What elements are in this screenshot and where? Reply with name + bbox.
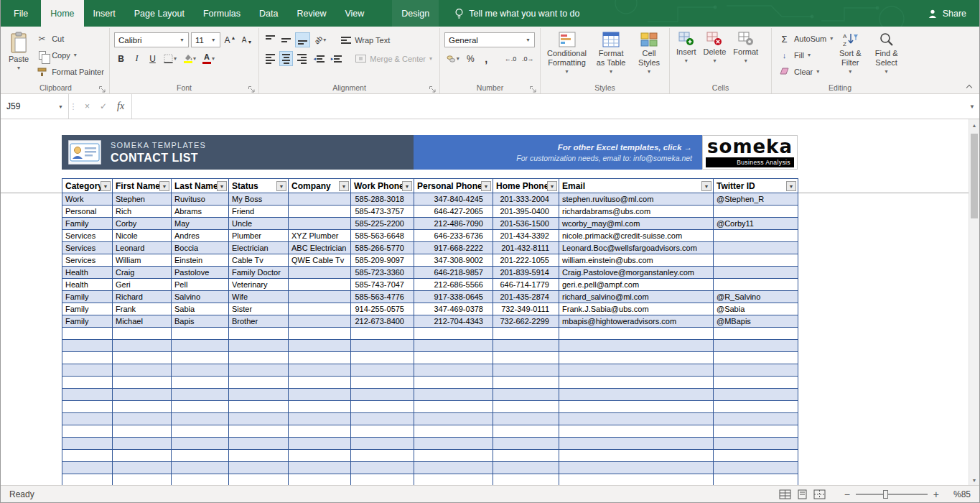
column-header-first-name[interactable]: First Name▼ — [113, 179, 172, 193]
grow-font-button[interactable]: A▲ — [223, 32, 238, 47]
autosum-button[interactable]: ΣAutoSum▾ — [778, 32, 833, 47]
cell[interactable] — [229, 340, 289, 352]
cell[interactable]: 585-473-3757 — [351, 206, 414, 218]
cell[interactable] — [493, 413, 559, 425]
cell[interactable]: Einstein — [172, 254, 229, 267]
cell[interactable] — [559, 438, 714, 450]
cell[interactable] — [172, 413, 229, 425]
cell[interactable] — [172, 389, 229, 401]
enter-icon[interactable]: ✓ — [100, 101, 107, 111]
cell[interactable] — [289, 328, 351, 340]
cell[interactable] — [229, 413, 289, 425]
cell[interactable]: 585-209-9097 — [351, 254, 414, 267]
cell[interactable] — [62, 401, 113, 413]
tab-formulas[interactable]: Formulas — [194, 0, 250, 27]
cell[interactable] — [289, 377, 351, 389]
cell[interactable] — [414, 413, 493, 425]
cell[interactable] — [229, 377, 289, 389]
cell[interactable]: 212-673-8400 — [351, 315, 414, 328]
cell[interactable]: @MBapis — [714, 315, 798, 328]
cell[interactable]: 646-427-2065 — [414, 206, 493, 218]
cell[interactable]: 212-486-7090 — [414, 218, 493, 230]
collapse-ribbon-button[interactable] — [963, 81, 976, 91]
insert-function-button[interactable]: fx — [117, 101, 124, 112]
cell[interactable]: Craig — [113, 267, 172, 279]
filter-button[interactable]: ▼ — [339, 181, 349, 191]
cell[interactable]: 732-349-0111 — [493, 303, 559, 315]
find-select-button[interactable]: Find & Select ▾ — [867, 29, 905, 81]
format-as-table-button[interactable]: Format as Table ▾ — [590, 29, 632, 77]
cell[interactable]: wcorby_may@ml.com — [559, 218, 714, 230]
cell[interactable] — [351, 425, 414, 438]
cell[interactable] — [289, 206, 351, 218]
cell[interactable] — [229, 401, 289, 413]
cell[interactable]: 201-395-0400 — [493, 206, 559, 218]
cell[interactable]: Personal — [62, 206, 113, 218]
cell[interactable]: Leonard — [113, 242, 172, 254]
column-header-status[interactable]: Status▼ — [229, 179, 289, 193]
cell[interactable] — [172, 450, 229, 462]
cell[interactable]: Salvino — [172, 291, 229, 303]
cell[interactable] — [414, 438, 493, 450]
cell[interactable]: QWE Cable Tv — [289, 254, 351, 267]
comma-style-button[interactable]: , — [480, 51, 493, 66]
cell[interactable]: Sister — [229, 303, 289, 315]
expand-formula-bar-icon[interactable]: ▼ — [965, 94, 979, 119]
tab-view[interactable]: View — [335, 0, 373, 27]
cell[interactable] — [289, 279, 351, 291]
cell[interactable]: 914-255-0575 — [351, 303, 414, 315]
name-box[interactable]: J59 ▼ — [1, 94, 69, 119]
cell[interactable]: 585-266-5770 — [351, 242, 414, 254]
align-center-button[interactable] — [279, 51, 293, 66]
cell[interactable]: 732-662-2299 — [493, 315, 559, 328]
cell[interactable]: william.einstein@ubs.com — [559, 254, 714, 267]
font-color-button[interactable]: A▾ — [200, 51, 217, 66]
cell[interactable] — [559, 352, 714, 364]
cell[interactable]: 585-563-4776 — [351, 291, 414, 303]
cell[interactable]: Work — [62, 193, 113, 206]
cell[interactable]: XYZ Plumber — [289, 230, 351, 242]
cell[interactable] — [229, 352, 289, 364]
cell[interactable]: Leonard.Boc@wellsfargoadvisors.com — [559, 242, 714, 254]
cell[interactable] — [559, 340, 714, 352]
filter-button[interactable]: ▼ — [481, 181, 491, 191]
page-layout-view-icon[interactable] — [796, 489, 808, 499]
cell[interactable]: Family — [62, 303, 113, 315]
cell[interactable] — [493, 352, 559, 364]
cell[interactable]: William — [113, 254, 172, 267]
cell[interactable] — [289, 413, 351, 425]
cell[interactable] — [229, 328, 289, 340]
column-header-company[interactable]: Company▼ — [289, 179, 351, 193]
cell[interactable] — [351, 352, 414, 364]
italic-button[interactable]: I — [130, 51, 144, 66]
fill-color-button[interactable]: ▾ — [181, 51, 198, 66]
cell[interactable] — [62, 413, 113, 425]
fill-button[interactable]: ↓Fill▾ — [778, 47, 833, 63]
cell[interactable] — [351, 413, 414, 425]
cell[interactable] — [113, 364, 172, 377]
cell[interactable] — [493, 401, 559, 413]
cell[interactable] — [62, 389, 113, 401]
filter-button[interactable]: ▼ — [101, 181, 111, 191]
conditional-formatting-button[interactable]: Conditional Formatting ▾ — [543, 29, 590, 77]
percent-style-button[interactable]: % — [464, 51, 477, 66]
cell[interactable] — [113, 438, 172, 450]
cell[interactable] — [714, 340, 798, 352]
cell[interactable] — [113, 352, 172, 364]
underline-button[interactable]: U — [146, 51, 159, 66]
zoom-percentage[interactable]: %85 — [946, 489, 971, 499]
cell[interactable] — [493, 438, 559, 450]
cell[interactable] — [493, 340, 559, 352]
cell[interactable] — [62, 352, 113, 364]
cell[interactable]: @Sabia — [714, 303, 798, 315]
cell[interactable]: Services — [62, 254, 113, 267]
cell[interactable] — [493, 364, 559, 377]
cell[interactable] — [289, 352, 351, 364]
cell[interactable] — [714, 254, 798, 267]
cell[interactable]: 212-704-4343 — [414, 315, 493, 328]
cell[interactable] — [351, 450, 414, 462]
cell[interactable] — [229, 364, 289, 377]
cell[interactable] — [414, 377, 493, 389]
font-name-combo[interactable]: Calibri▼ — [114, 32, 189, 47]
cell[interactable] — [172, 328, 229, 340]
